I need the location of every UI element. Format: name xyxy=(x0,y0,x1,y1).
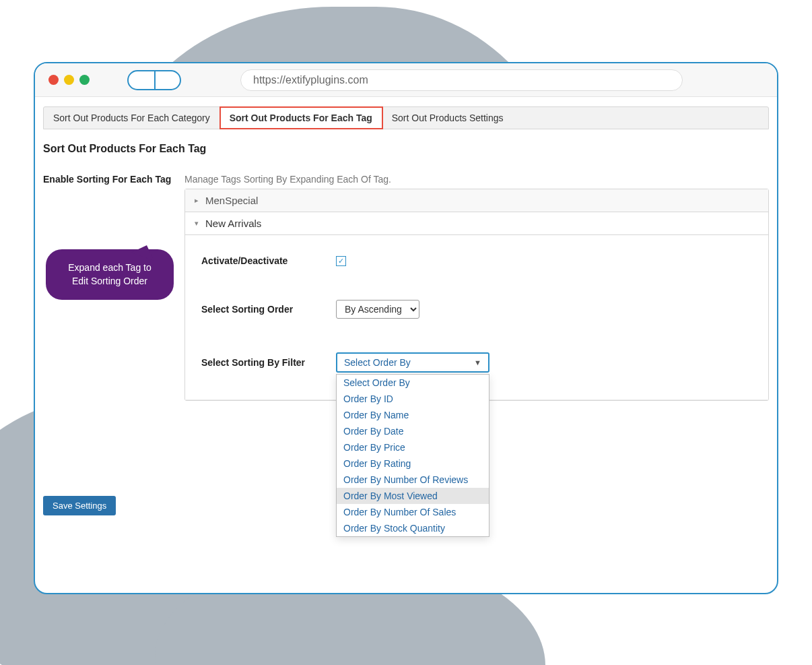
accordion-item-newarrivals[interactable]: ▾ New Arrivals xyxy=(185,212,768,235)
option-select-order-by[interactable]: Select Order By xyxy=(337,375,489,391)
sorting-order-select[interactable]: By Ascending xyxy=(336,300,419,319)
address-bar[interactable]: https://extifyplugins.com xyxy=(240,69,683,91)
option-order-rating[interactable]: Order By Rating xyxy=(337,455,489,472)
tab-category[interactable]: Sort Out Products For Each Category xyxy=(44,107,220,129)
nav-toggle-icon[interactable] xyxy=(127,70,181,90)
page-title: Sort Out Products For Each Tag xyxy=(43,143,769,155)
hint-text: Manage Tags Sorting By Expanding Each Of… xyxy=(184,174,769,185)
sorting-filter-label: Select Sorting By Filter xyxy=(201,357,336,368)
option-order-name[interactable]: Order By Name xyxy=(337,407,489,423)
window-minimize-icon[interactable] xyxy=(64,75,74,85)
dropdown-list: Select Order By Order By ID Order By Nam… xyxy=(336,374,489,537)
dropdown-value: Select Order By xyxy=(344,357,411,368)
tab-tag[interactable]: Sort Out Products For Each Tag xyxy=(220,107,382,129)
accordion-label: New Arrivals xyxy=(205,218,261,229)
option-order-id[interactable]: Order By ID xyxy=(337,391,489,407)
tags-accordion: ▸ MenSpecial ▾ New Arrivals Activate/Dea… xyxy=(184,189,769,401)
option-order-reviews[interactable]: Order By Number Of Reviews xyxy=(337,472,489,488)
titlebar: https://extifyplugins.com xyxy=(35,63,777,97)
enable-sorting-label: Enable Sorting For Each Tag xyxy=(43,174,184,185)
chevron-down-icon: ▼ xyxy=(474,358,481,367)
accordion-body: Activate/Deactivate ✓ Select Sorting Ord… xyxy=(185,235,768,400)
option-order-sales[interactable]: Order By Number Of Sales xyxy=(337,504,489,520)
activate-label: Activate/Deactivate xyxy=(201,255,336,266)
accordion-label: MenSpecial xyxy=(205,195,258,206)
callout-tooltip: Expand each Tag to Edit Sorting Order xyxy=(46,249,174,300)
sorting-order-label: Select Sorting Order xyxy=(201,304,336,315)
window-close-icon[interactable] xyxy=(48,75,59,85)
tab-settings[interactable]: Sort Out Products Settings xyxy=(382,107,513,129)
admin-tabs: Sort Out Products For Each Category Sort… xyxy=(43,106,769,129)
accordion-item-menspecial[interactable]: ▸ MenSpecial xyxy=(185,189,768,212)
page-content: Sort Out Products For Each Category Sort… xyxy=(35,97,777,593)
chevron-right-icon: ▸ xyxy=(195,196,199,205)
activate-checkbox[interactable]: ✓ xyxy=(336,256,346,266)
option-order-date[interactable]: Order By Date xyxy=(337,423,489,439)
option-order-price[interactable]: Order By Price xyxy=(337,439,489,455)
option-order-stock[interactable]: Order By Stock Quantity xyxy=(337,520,489,536)
window-maximize-icon[interactable] xyxy=(79,75,90,85)
sorting-filter-select[interactable]: Select Order By ▼ xyxy=(336,352,489,373)
browser-window: https://extifyplugins.com Sort Out Produ… xyxy=(34,62,778,594)
option-order-most-viewed[interactable]: Order By Most Viewed xyxy=(337,488,489,504)
chevron-down-icon: ▾ xyxy=(195,219,199,228)
save-settings-button[interactable]: Save Settings xyxy=(43,496,116,515)
